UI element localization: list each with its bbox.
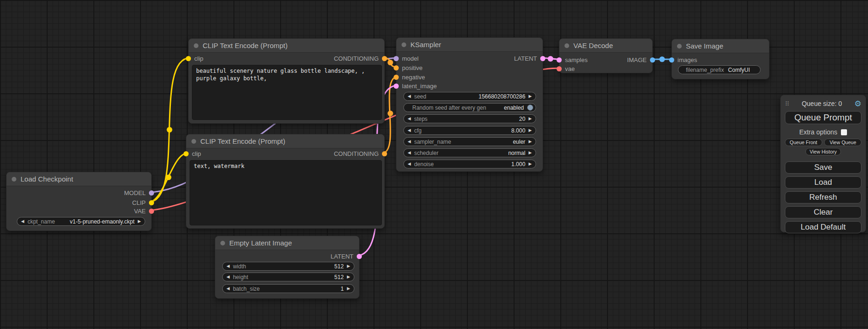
steps-widget[interactable]: ◀ steps 20 ▶ bbox=[403, 114, 536, 123]
conditioning-output-port[interactable] bbox=[382, 151, 387, 156]
decrement-arrow-icon[interactable]: ◀ bbox=[408, 151, 411, 155]
decrement-arrow-icon[interactable]: ◀ bbox=[408, 162, 411, 166]
extra-options-checkbox[interactable] bbox=[841, 129, 847, 135]
queue-front-button[interactable]: Queue Front bbox=[785, 139, 822, 146]
toggle-knob-icon[interactable] bbox=[527, 105, 533, 111]
slot-conditioning-output: CONDITIONING bbox=[334, 149, 387, 158]
decrement-arrow-icon[interactable]: ◀ bbox=[226, 287, 230, 291]
queue-prompt-button[interactable]: Queue Prompt bbox=[785, 111, 861, 124]
random-seed-toggle-widget[interactable]: Random seed after every gen enabled bbox=[403, 103, 536, 112]
increment-arrow-icon[interactable]: ▶ bbox=[138, 219, 141, 224]
slot-label: VAE bbox=[134, 208, 146, 215]
widget-label: width bbox=[233, 263, 246, 270]
drag-handle-icon[interactable]: ⠿ bbox=[785, 100, 790, 107]
node-vae-decode[interactable]: VAE Decode samples vae IMAGE bbox=[559, 38, 653, 73]
node-title-bar[interactable]: CLIP Text Encode (Prompt) bbox=[189, 39, 384, 53]
conditioning-output-port[interactable] bbox=[382, 56, 387, 61]
model-output-port[interactable] bbox=[149, 190, 154, 196]
negative-prompt-textarea[interactable]: text, watermark bbox=[190, 160, 382, 225]
node-title-bar[interactable]: CLIP Text Encode (Prompt) bbox=[186, 134, 384, 148]
slot-images-input: images bbox=[669, 55, 697, 64]
widget-label: cfg bbox=[414, 127, 422, 134]
node-title-bar[interactable]: VAE Decode bbox=[559, 39, 652, 53]
node-title-bar[interactable]: KSampler bbox=[396, 38, 543, 52]
decrement-arrow-icon[interactable]: ◀ bbox=[408, 128, 411, 133]
scheduler-widget[interactable]: ◀ scheduler normal ▶ bbox=[403, 148, 536, 157]
slot-vae-input: vae bbox=[557, 64, 575, 73]
slot-positive-input: positive bbox=[394, 63, 423, 72]
cfg-widget[interactable]: ◀ cfg 8.000 ▶ bbox=[403, 126, 536, 135]
node-title-bar[interactable]: Empty Latent Image bbox=[215, 236, 359, 250]
slot-label: clip bbox=[192, 150, 201, 157]
positive-input-port[interactable] bbox=[394, 65, 399, 70]
clip-input-port[interactable] bbox=[183, 151, 189, 156]
increment-arrow-icon[interactable]: ▶ bbox=[529, 151, 532, 155]
image-output-port[interactable] bbox=[650, 57, 655, 63]
node-clip-text-encode-positive[interactable]: CLIP Text Encode (Prompt) clip CONDITION… bbox=[188, 38, 385, 124]
batch-size-widget[interactable]: ◀ batch_size 1 ▶ bbox=[222, 284, 354, 293]
increment-arrow-icon[interactable]: ▶ bbox=[529, 117, 532, 121]
node-title-bar[interactable]: Load Checkpoint bbox=[7, 172, 151, 186]
view-history-button[interactable]: View History bbox=[805, 148, 841, 155]
increment-arrow-icon[interactable]: ▶ bbox=[347, 264, 350, 268]
height-widget[interactable]: ◀ height 512 ▶ bbox=[222, 273, 354, 281]
save-button[interactable]: Save bbox=[785, 161, 861, 174]
slot-label: vae bbox=[565, 65, 575, 72]
slot-samples-input: samples bbox=[557, 55, 587, 64]
node-empty-latent-image[interactable]: Empty Latent Image LATENT ◀ width 512 ▶ … bbox=[215, 236, 360, 299]
samples-input-port[interactable] bbox=[557, 57, 562, 63]
settings-gear-icon[interactable]: ⚙ bbox=[854, 100, 861, 108]
node-status-icon bbox=[565, 43, 569, 48]
increment-arrow-icon[interactable]: ▶ bbox=[529, 162, 532, 166]
clip-input-port[interactable] bbox=[186, 56, 191, 61]
sampler-name-widget[interactable]: ◀ sampler_name euler ▶ bbox=[403, 137, 536, 146]
view-queue-button[interactable]: View Queue bbox=[824, 139, 861, 146]
load-button[interactable]: Load bbox=[785, 176, 861, 189]
latent-output-port[interactable] bbox=[357, 254, 362, 259]
widget-label: seed bbox=[414, 93, 426, 100]
images-input-port[interactable] bbox=[669, 57, 674, 63]
seed-widget[interactable]: ◀ seed 156680208700286 ▶ bbox=[403, 92, 536, 101]
denoise-widget[interactable]: ◀ denoise 1.000 ▶ bbox=[403, 160, 536, 168]
node-title-bar[interactable]: Save Image bbox=[672, 39, 769, 53]
slot-label: clip bbox=[194, 55, 204, 62]
decrement-arrow-icon[interactable]: ◀ bbox=[408, 117, 411, 121]
node-clip-text-encode-negative[interactable]: CLIP Text Encode (Prompt) clip CONDITION… bbox=[186, 134, 385, 229]
slot-label: negative bbox=[402, 74, 425, 81]
node-load-checkpoint[interactable]: Load Checkpoint MODEL CLIP VAE ◀ ckpt_na… bbox=[6, 172, 152, 231]
refresh-button[interactable]: Refresh bbox=[785, 191, 861, 203]
decrement-arrow-icon[interactable]: ◀ bbox=[408, 140, 411, 144]
increment-arrow-icon[interactable]: ▶ bbox=[529, 140, 532, 144]
negative-input-port[interactable] bbox=[394, 75, 399, 80]
width-widget[interactable]: ◀ width 512 ▶ bbox=[222, 262, 354, 271]
increment-arrow-icon[interactable]: ▶ bbox=[529, 94, 532, 98]
increment-arrow-icon[interactable]: ▶ bbox=[347, 287, 350, 291]
model-input-port[interactable] bbox=[394, 56, 399, 61]
node-title: Load Checkpoint bbox=[21, 175, 73, 183]
wire-midpoint-dot bbox=[166, 175, 171, 180]
slot-negative-input: negative bbox=[394, 72, 425, 82]
load-default-button[interactable]: Load Default bbox=[785, 221, 861, 233]
latent-image-input-port[interactable] bbox=[394, 84, 399, 89]
decrement-arrow-icon[interactable]: ◀ bbox=[21, 219, 24, 224]
ckpt-name-widget[interactable]: ◀ ckpt_name v1-5-pruned-emaonly.ckpt ▶ bbox=[17, 217, 145, 226]
node-graph-canvas[interactable]: Load Checkpoint MODEL CLIP VAE ◀ ckpt_na… bbox=[0, 0, 868, 329]
node-ksampler[interactable]: KSampler model positive negative latent_… bbox=[396, 37, 543, 172]
node-save-image[interactable]: Save Image images filename_prefix ComfyU… bbox=[671, 39, 769, 79]
clear-button[interactable]: Clear bbox=[785, 206, 861, 218]
queue-size-label: Queue size: 0 bbox=[790, 100, 854, 107]
increment-arrow-icon[interactable]: ▶ bbox=[347, 275, 350, 279]
filename-prefix-widget[interactable]: filename_prefix ComfyUI bbox=[678, 65, 761, 74]
clip-output-port[interactable] bbox=[149, 200, 154, 205]
latent-output-port[interactable] bbox=[540, 56, 545, 61]
vae-output-port[interactable] bbox=[149, 209, 154, 214]
decrement-arrow-icon[interactable]: ◀ bbox=[226, 275, 230, 279]
widget-label: denoise bbox=[414, 161, 434, 168]
decrement-arrow-icon[interactable]: ◀ bbox=[226, 264, 230, 268]
increment-arrow-icon[interactable]: ▶ bbox=[529, 128, 532, 133]
decrement-arrow-icon[interactable]: ◀ bbox=[408, 94, 411, 98]
widget-value: 20 bbox=[519, 116, 525, 122]
vae-input-port[interactable] bbox=[557, 66, 562, 71]
widget-value: 156680208700286 bbox=[479, 93, 525, 100]
positive-prompt-textarea[interactable]: beautiful scenery nature glass bottle la… bbox=[192, 65, 382, 120]
